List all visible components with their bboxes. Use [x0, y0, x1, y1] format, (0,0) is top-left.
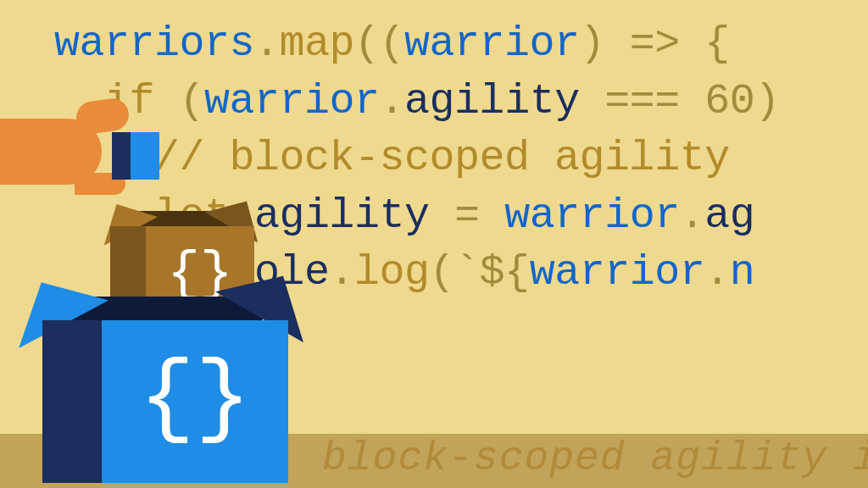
code-token: warriors [54, 19, 254, 68]
small-cube-icon [112, 132, 159, 180]
hand-icon [0, 100, 161, 202]
brace-icon: {} [139, 346, 251, 452]
blue-box-icon: {} [42, 297, 288, 483]
floor-reflection-text: block-scoped agility i [322, 435, 868, 481]
illustration-group: {} {} [0, 85, 339, 488]
